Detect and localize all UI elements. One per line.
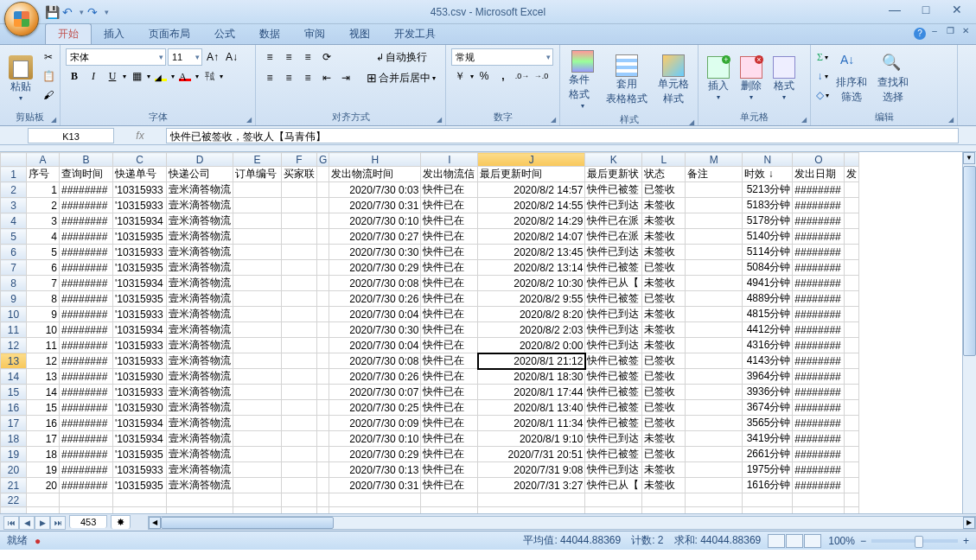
cell-22-P[interactable] xyxy=(845,493,859,507)
cell-17-A[interactable]: 16 xyxy=(27,416,60,431)
cell-3-E[interactable] xyxy=(233,198,282,213)
decrease-indent-button[interactable] xyxy=(318,69,335,86)
zoom-out-button[interactable]: − xyxy=(860,535,866,547)
cell-15-M[interactable] xyxy=(686,385,743,400)
cell-11-D[interactable]: 壹米滴答物流 xyxy=(167,322,233,338)
undo-icon[interactable] xyxy=(62,5,76,19)
underline-button[interactable] xyxy=(104,67,121,85)
cell-14-K[interactable]: 快件已被签 xyxy=(585,369,642,385)
close-button[interactable]: ✕ xyxy=(941,0,973,19)
cell-11-B[interactable]: ######## xyxy=(60,322,113,338)
cell-16-J[interactable]: 2020/8/1 13:40 xyxy=(478,400,585,416)
col-header-N[interactable]: N xyxy=(743,153,793,167)
cell-10-B[interactable]: ######## xyxy=(60,307,113,322)
cell-20-I[interactable]: 快件已在 xyxy=(421,462,478,478)
cell-16-O[interactable]: ######## xyxy=(793,400,845,416)
cell-1-M[interactable]: 备注 xyxy=(686,167,743,182)
cell-20-C[interactable]: '10315933 xyxy=(113,462,167,478)
cell-12-O[interactable]: ######## xyxy=(793,338,845,353)
align-bottom-button[interactable] xyxy=(299,48,316,66)
number-format-combo[interactable]: 常规 xyxy=(451,48,553,66)
cell-22-E[interactable] xyxy=(233,493,282,507)
cell-16-M[interactable] xyxy=(686,400,743,416)
formula-input[interactable]: 快件已被签收，签收人【马青伟】 xyxy=(166,128,959,143)
fill-color-button[interactable] xyxy=(155,71,167,81)
cell-1-A[interactable]: 序号 xyxy=(27,167,60,182)
cell-4-E[interactable] xyxy=(233,213,282,229)
cell-7-G[interactable] xyxy=(317,260,329,276)
row-header-19[interactable]: 19 xyxy=(1,447,27,462)
cell-13-D[interactable]: 壹米滴答物流 xyxy=(167,353,233,369)
cell-19-I[interactable]: 快件已在 xyxy=(421,447,478,462)
cell-7-D[interactable]: 壹米滴答物流 xyxy=(167,260,233,276)
cell-19-F[interactable] xyxy=(282,447,317,462)
cell-18-N[interactable]: 3419分钟 xyxy=(743,431,793,447)
cell-7-F[interactable] xyxy=(282,260,317,276)
cell-18-F[interactable] xyxy=(282,431,317,447)
cell-13-I[interactable]: 快件已在 xyxy=(421,353,478,369)
cell-9-B[interactable]: ######## xyxy=(60,291,113,307)
row-header-4[interactable]: 4 xyxy=(1,213,27,229)
cell-13-F[interactable] xyxy=(282,353,317,369)
cell-3-F[interactable] xyxy=(282,198,317,213)
cell-12-D[interactable]: 壹米滴答物流 xyxy=(167,338,233,353)
cell-9-I[interactable]: 快件已在 xyxy=(421,291,478,307)
col-header-C[interactable]: C xyxy=(113,153,167,167)
macro-record-icon[interactable]: ● xyxy=(35,535,41,547)
sheet-tab-active[interactable]: 453 xyxy=(69,515,107,528)
cell-5-P[interactable] xyxy=(845,229,859,245)
cell-5-F[interactable] xyxy=(282,229,317,245)
cell-18-O[interactable]: ######## xyxy=(793,431,845,447)
cell-4-M[interactable] xyxy=(686,213,743,229)
cell-18-P[interactable] xyxy=(845,431,859,447)
row-header-7[interactable]: 7 xyxy=(1,260,27,276)
cell-22-K[interactable] xyxy=(585,493,642,507)
cell-2-A[interactable]: 1 xyxy=(27,182,60,198)
cell-21-E[interactable] xyxy=(233,478,282,493)
cell-20-P[interactable] xyxy=(845,462,859,478)
cell-14-J[interactable]: 2020/8/1 18:30 xyxy=(478,369,585,385)
cell-5-A[interactable]: 4 xyxy=(27,229,60,245)
cell-15-K[interactable]: 快件已被签 xyxy=(585,385,642,400)
cell-10-F[interactable] xyxy=(282,307,317,322)
cell-6-C[interactable]: '10315933 xyxy=(113,245,167,260)
cell-4-O[interactable]: ######## xyxy=(793,213,845,229)
first-sheet-button[interactable]: ⏮ xyxy=(3,516,19,530)
cell-9-G[interactable] xyxy=(317,291,329,307)
cell-20-K[interactable]: 快件已到达 xyxy=(585,462,642,478)
cell-21-N[interactable]: 1616分钟 xyxy=(743,478,793,493)
fill-button[interactable]: ▾ xyxy=(816,67,829,85)
cell-2-H[interactable]: 2020/7/30 0:03 xyxy=(329,182,421,198)
cell-4-L[interactable]: 未签收 xyxy=(642,213,686,229)
cell-21-L[interactable]: 未签收 xyxy=(642,478,686,493)
bold-button[interactable] xyxy=(66,67,83,85)
cell-11-M[interactable] xyxy=(686,322,743,338)
cell-3-I[interactable]: 快件已在 xyxy=(421,198,478,213)
cell-9-H[interactable]: 2020/7/30 0:26 xyxy=(329,291,421,307)
cell-6-M[interactable] xyxy=(686,245,743,260)
cell-8-E[interactable] xyxy=(233,276,282,291)
new-sheet-button[interactable]: ✸ xyxy=(111,515,131,529)
cell-21-C[interactable]: '10315935 xyxy=(113,478,167,493)
cell-16-L[interactable]: 已签收 xyxy=(642,400,686,416)
cell-13-C[interactable]: '10315933 xyxy=(113,353,167,369)
col-header-H[interactable]: H xyxy=(329,153,421,167)
cell-14-H[interactable]: 2020/7/30 0:26 xyxy=(329,369,421,385)
cell-20-A[interactable]: 19 xyxy=(27,462,60,478)
cell-17-P[interactable] xyxy=(845,416,859,431)
cell-21-K[interactable]: 快件已从【 xyxy=(585,478,642,493)
cell-8-M[interactable] xyxy=(686,276,743,291)
cell-11-N[interactable]: 4412分钟 xyxy=(743,322,793,338)
cell-19-L[interactable]: 已签收 xyxy=(642,447,686,462)
cell-21-B[interactable]: ######## xyxy=(60,478,113,493)
vertical-scrollbar[interactable]: ▲ ▼ xyxy=(962,152,976,513)
cell-4-A[interactable]: 3 xyxy=(27,213,60,229)
cell-2-I[interactable]: 快件已在 xyxy=(421,182,478,198)
cell-6-I[interactable]: 快件已在 xyxy=(421,245,478,260)
redo-icon[interactable] xyxy=(87,5,101,19)
row-header-21[interactable]: 21 xyxy=(1,478,27,493)
cell-12-B[interactable]: ######## xyxy=(60,338,113,353)
cell-20-M[interactable] xyxy=(686,462,743,478)
cell-4-F[interactable] xyxy=(282,213,317,229)
cell-14-A[interactable]: 13 xyxy=(27,369,60,385)
